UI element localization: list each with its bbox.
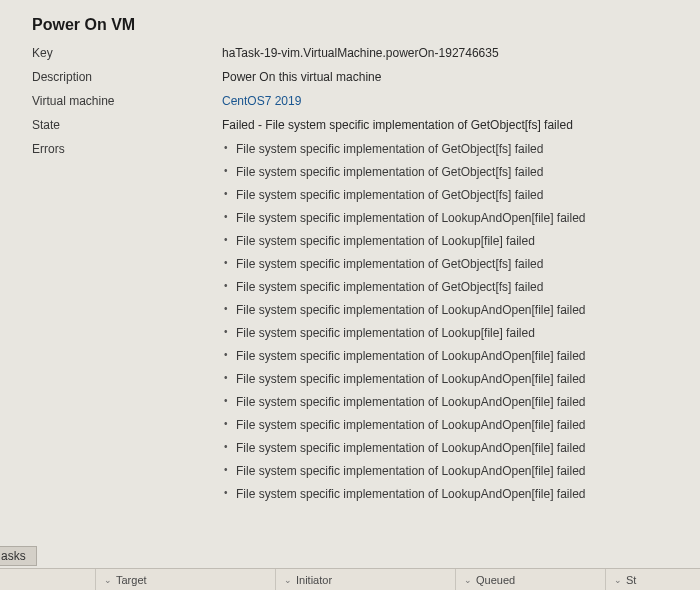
col-queued-label: Queued: [476, 574, 515, 586]
error-item: File system specific implementation of L…: [222, 439, 700, 457]
col-st-label: St: [626, 574, 636, 586]
errors-list: File system specific implementation of G…: [222, 140, 700, 503]
description-label: Description: [32, 68, 222, 86]
error-item: File system specific implementation of L…: [222, 209, 700, 227]
errors-label: Errors: [32, 140, 222, 158]
state-label: State: [32, 116, 222, 134]
error-item: File system specific implementation of L…: [222, 324, 700, 342]
row-errors: Errors File system specific implementati…: [32, 140, 700, 508]
error-item: File system specific implementation of L…: [222, 416, 700, 434]
description-value: Power On this virtual machine: [222, 68, 700, 86]
key-value: haTask-19-vim.VirtualMachine.powerOn-192…: [222, 44, 700, 62]
error-item: File system specific implementation of L…: [222, 393, 700, 411]
error-item: File system specific implementation of L…: [222, 485, 700, 503]
tasks-tab[interactable]: asks: [0, 546, 37, 566]
error-item: File system specific implementation of G…: [222, 278, 700, 296]
row-state: State Failed - File system specific impl…: [32, 116, 700, 134]
error-item: File system specific implementation of G…: [222, 163, 700, 181]
col-st[interactable]: ⌄ St: [606, 569, 700, 590]
chevron-down-icon: ⌄: [284, 575, 292, 585]
state-value: Failed - File system specific implementa…: [222, 116, 700, 134]
chevron-down-icon: ⌄: [614, 575, 622, 585]
page-title: Power On VM: [32, 16, 700, 34]
col-target[interactable]: ⌄ Target: [96, 569, 276, 590]
key-label: Key: [32, 44, 222, 62]
error-item: File system specific implementation of G…: [222, 255, 700, 273]
task-detail-panel: Power On VM Key haTask-19-vim.VirtualMac…: [0, 0, 700, 508]
row-description: Description Power On this virtual machin…: [32, 68, 700, 86]
col-spacer: [0, 569, 96, 590]
col-initiator-label: Initiator: [296, 574, 332, 586]
errors-value: File system specific implementation of G…: [222, 140, 700, 508]
col-initiator[interactable]: ⌄ Initiator: [276, 569, 456, 590]
error-item: File system specific implementation of G…: [222, 140, 700, 158]
error-item: File system specific implementation of L…: [222, 347, 700, 365]
chevron-down-icon: ⌄: [464, 575, 472, 585]
error-item: File system specific implementation of G…: [222, 186, 700, 204]
error-item: File system specific implementation of L…: [222, 370, 700, 388]
task-list-header: ⌄ Target ⌄ Initiator ⌄ Queued ⌄ St: [0, 568, 700, 590]
col-target-label: Target: [116, 574, 147, 586]
error-item: File system specific implementation of L…: [222, 462, 700, 480]
vm-link[interactable]: CentOS7 2019: [222, 92, 700, 110]
chevron-down-icon: ⌄: [104, 575, 112, 585]
error-item: File system specific implementation of L…: [222, 232, 700, 250]
row-vm: Virtual machine CentOS7 2019: [32, 92, 700, 110]
row-key: Key haTask-19-vim.VirtualMachine.powerOn…: [32, 44, 700, 62]
col-queued[interactable]: ⌄ Queued: [456, 569, 606, 590]
error-item: File system specific implementation of L…: [222, 301, 700, 319]
vm-label: Virtual machine: [32, 92, 222, 110]
